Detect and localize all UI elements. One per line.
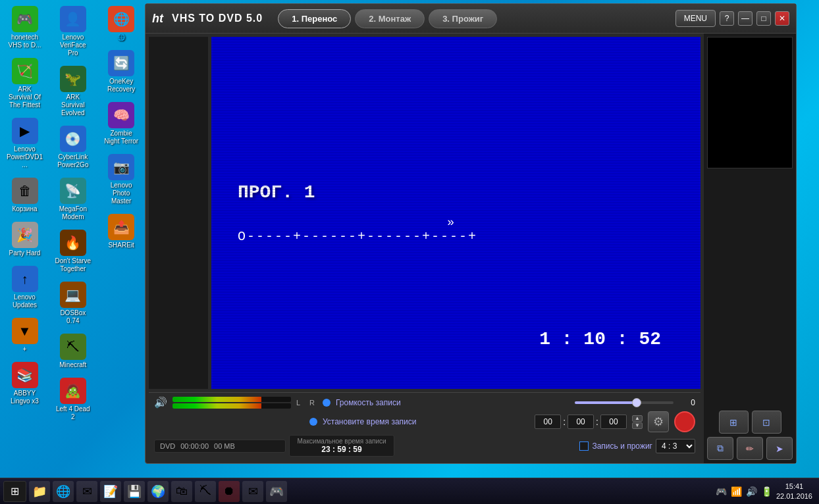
taskbar-outlook[interactable]: ✉ [242,481,263,502]
maximize-button[interactable]: □ [756,11,771,26]
desktop-icon-lenovo-updates[interactable]: ↑ Lenovo Updates [3,263,46,312]
desktop-icon-recycle[interactable]: 🗑 Корзина [3,175,46,216]
desktop-icon-power2go[interactable]: 💿 CyberLink Power2Go [51,123,94,172]
right-buttons: ⊞ ⊡ ⧉ ✏ ➤ [707,411,793,460]
app-title: VHS TO DVD 5.0 [172,13,263,24]
desktop-icon-shareit[interactable]: 📤 SHAREit [100,211,143,252]
time-inputs: : : [535,415,627,429]
dontstarve-icon: 🔥 [60,230,86,256]
desktop-icon-chrome[interactable]: 🌐 🌐 [100,3,143,44]
start-button[interactable]: ⊞ [3,481,26,502]
taskbar-word[interactable]: 📝 [100,481,121,502]
partyhard-icon: 🎉 [12,222,38,248]
taskbar-store[interactable]: 🛍 [171,481,192,502]
time-hours[interactable] [535,415,561,429]
aspect-ratio-select[interactable]: 4 : 3 16 : 9 [656,439,695,453]
tray-volume[interactable]: 🔊 [746,486,757,497]
time-minutes[interactable] [568,415,594,429]
video-display: ПРОГ. 1 » О-----+------+------+----+ 1 :… [211,37,700,389]
menu-button[interactable]: MENU [675,10,716,27]
time-seconds[interactable] [600,415,627,429]
volume-slider[interactable] [575,401,674,404]
controls-row-burn: DVD 00:00:00 00 MB Максимальное время за… [154,435,695,457]
export-btn[interactable]: ➤ [766,437,793,460]
level-meter-right [172,403,291,409]
help-button[interactable]: ? [720,11,734,26]
level-fill-right [172,403,261,409]
desktop-icon-veriface[interactable]: 👤 Lenovo VeriFace Pro [51,3,94,60]
lenovo-updates-label: Lenovo Updates [6,293,43,309]
desktop-icon-minecraft[interactable]: ⛏ Minecraft [51,331,94,372]
taskbar-mail[interactable]: ✉ [76,481,97,502]
megafon-label: MegaFon Modem [54,205,92,221]
time-sep-2: : [596,416,598,427]
minimize-button[interactable]: — [738,11,753,26]
tray-steam[interactable]: 🎮 [716,486,727,497]
onekey-label: OneKey Recovery [103,78,140,93]
taskbar-folder[interactable]: 📁 [29,481,50,502]
film-strip-btn-1[interactable]: ⊞ [719,411,749,434]
volume-value: 0 [679,398,695,407]
tab-burn[interactable]: 3. Прожиг [429,9,497,28]
desktop-icon-partyhard[interactable]: 🎉 Party Hard [3,219,46,260]
level-meter-left [172,397,291,402]
veriface-icon: 👤 [60,6,86,32]
time-down-button[interactable]: ▼ [632,422,643,429]
taskbar: ⊞ 📁 🌐 ✉ 📝 💾 🌍 🛍 ⛏ ⏺ ✉ 🎮 🎮 📶 🔊 🔋 15:41 22… [0,478,819,504]
set-time-label: Установите время записи [323,417,529,426]
desktop-icon-abbyy[interactable]: 📚 ABBYY Lingvo x3 [3,359,46,408]
dosbox-label: DOSBox 0.74 [54,309,92,325]
taskbar-record[interactable]: ⏺ [219,481,240,502]
copy-btn[interactable]: ⧉ [707,437,733,460]
desktop-icon-dontstarve[interactable]: 🔥 Don't Starve Together [51,227,94,276]
time-up-button[interactable]: ▲ [632,415,643,422]
desktop-icon-onekey[interactable]: 🔄 OneKey Recovery [100,47,143,96]
desktop-icon-photo[interactable]: 📷 Lenovo Photo Master [100,151,143,208]
film-strip-btn-2[interactable]: ⊡ [752,411,781,434]
partyhard-label: Party Hard [9,249,41,257]
photo-icon: 📷 [108,154,134,180]
desktop-icon-left4dead[interactable]: 🧟 Left 4 Dead 2 [51,375,94,424]
zombie-icon: 🧠 [108,102,134,128]
taskbar-ie[interactable]: 🌐 [53,481,74,502]
taskbar-minecraft[interactable]: ⛏ [195,481,216,502]
recycle-label: Корзина [12,205,37,213]
record-button[interactable] [674,411,695,432]
desktop-icon-lenovo-dvd[interactable]: ▶ Lenovo PowerDVD1... [3,115,46,172]
title-bar: ht VHS TO DVD 5.0 1. Перенос 2. Монтаж 3… [145,4,796,34]
tray-battery[interactable]: 🔋 [761,486,772,497]
minecraft-icon: ⛏ [60,334,86,360]
settings-button[interactable]: ⚙ [648,411,669,432]
taskbar-chrome[interactable]: 🌍 [147,481,169,502]
tray-date-value: 22.01.2016 [776,491,812,501]
desktop-icon-area: 🎮 honetech VHS to D... 🏹 ARK Survival Of… [3,3,145,464]
size-label: 00 MB [214,442,235,450]
desktop: 🎮 honetech VHS to D... 🏹 ARK Survival Of… [0,0,819,504]
onekey-icon: 🔄 [108,50,134,76]
close-button[interactable]: ✕ [775,11,789,26]
main-area: ПРОГ. 1 » О-----+------+------+----+ 1 :… [145,34,704,463]
desktop-icon-ark-evolved[interactable]: 🦖 ARK Survival Evolved [51,63,94,120]
desktop-icon-plus[interactable]: ▼ + [3,315,46,356]
taskbar-disk[interactable]: 💾 [124,481,145,502]
desktop-icon-zombie[interactable]: 🧠 Zombie Night Terror [100,99,143,148]
dosbox-icon: 💻 [60,282,86,308]
tab-edit[interactable]: 2. Монтаж [355,9,425,28]
left4dead-icon: 🧟 [60,378,86,404]
chrome-icon: 🌐 [108,6,134,32]
minecraft-label: Minecraft [59,361,86,369]
desktop-icon-dosbox[interactable]: 💻 DOSBox 0.74 [51,279,94,328]
tray-clock: 15:41 22.01.2016 [776,482,812,501]
record-burn-checkbox[interactable] [579,441,589,451]
desktop-icon-megafon[interactable]: 📡 MegaFon Modem [51,175,94,224]
edit-btn[interactable]: ✏ [737,437,763,460]
volume-slider-fill [575,401,634,404]
tray-network[interactable]: 📶 [731,486,742,497]
volume-indicator [323,399,330,407]
tab-transfer[interactable]: 1. Перенос [278,9,351,28]
taskbar-game[interactable]: 🎮 [266,481,287,502]
volume-label: Громкость записи [336,398,569,407]
desktop-icon-ark-fittest[interactable]: 🏹 ARK Survival Of The Fittest [3,55,46,112]
abbyy-icon: 📚 [12,362,38,388]
desktop-icon-vhs[interactable]: 🎮 honetech VHS to D... [3,3,46,52]
